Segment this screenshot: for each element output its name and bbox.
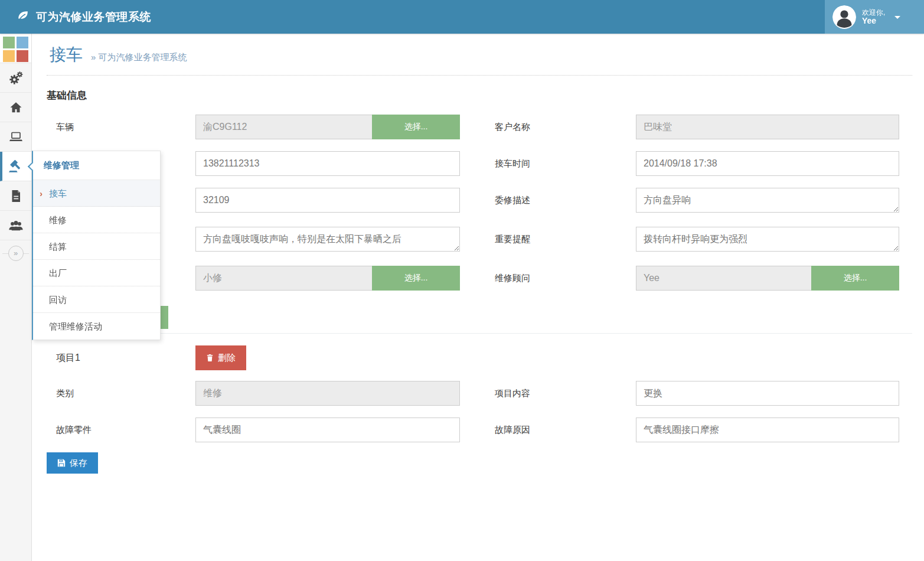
advisor-label: 维修顾问 <box>495 266 636 291</box>
vehicle-select-button[interactable]: 选择... <box>372 115 460 139</box>
caret-down-icon[interactable] <box>894 16 900 22</box>
form-row: 维修类型 选择... 维修顾问 选择... <box>56 266 912 291</box>
divider <box>47 333 912 334</box>
laptop-icon <box>8 130 24 144</box>
category-input[interactable] <box>195 381 460 406</box>
menu-item-label: 维修 <box>49 215 67 225</box>
repair-desc-textarea[interactable]: 方向盘异响 <box>636 188 899 213</box>
category-label: 类别 <box>56 381 195 406</box>
receive-time-label: 接车时间 <box>495 151 636 176</box>
document-icon <box>9 189 23 203</box>
sidebar-item-home[interactable] <box>0 93 31 122</box>
chevron-right-circle-icon[interactable]: » <box>8 246 24 261</box>
save-label: 保存 <box>70 458 87 469</box>
customer-name-input[interactable] <box>636 115 899 139</box>
welcome-text: 欢迎你, <box>862 8 885 17</box>
customer-name-label: 客户名称 <box>495 115 636 139</box>
repair-type-input[interactable] <box>195 266 372 291</box>
delete-item-button[interactable]: 删除 <box>195 345 246 370</box>
menu-item-checkout[interactable]: 出厂 <box>33 260 160 286</box>
item-content-input[interactable] <box>636 381 899 406</box>
breadcrumb: » 可为汽修业务管理系统 <box>91 52 187 63</box>
save-icon <box>57 459 66 467</box>
form-row: 车辆 选择... 客户名称 <box>56 115 912 139</box>
form-row: 接车时间 <box>56 151 912 176</box>
user-menu[interactable]: 欢迎你, Yee <box>825 0 924 34</box>
repair-type-select-button[interactable]: 选择... <box>372 266 460 291</box>
advisor-input[interactable] <box>636 266 811 291</box>
menu-item-receive-vehicle[interactable]: › 接车 <box>33 180 160 207</box>
sidebar-collapse-toggle[interactable]: » <box>0 240 31 266</box>
save-button[interactable]: 保存 <box>47 452 98 474</box>
menu-item-label: 结算 <box>49 242 67 252</box>
reminder-textarea[interactable]: 拨转向杆时异响更为强烈 <box>636 227 899 252</box>
logo[interactable] <box>0 34 31 63</box>
sidebar-item-workstation[interactable] <box>0 122 31 152</box>
form-row: 故障零件 故障原因 <box>56 418 912 442</box>
divider <box>47 75 912 76</box>
app-brand: 可为汽修业务管理系统 <box>0 9 151 25</box>
vehicle-combo: 选择... <box>195 115 460 139</box>
logo-grid-icon <box>3 37 31 62</box>
page-head: 接车 » 可为汽修业务管理系统 <box>47 34 912 75</box>
item-header-row: 项目1 删除 <box>56 345 912 370</box>
user-greeting: 欢迎你, Yee <box>862 8 885 25</box>
menu-item-repair[interactable]: 维修 <box>33 207 160 233</box>
form-row: 委修描述 方向盘异响 <box>56 188 912 215</box>
advisor-select-button[interactable]: 选择... <box>811 266 899 291</box>
sidebar-item-customers[interactable] <box>0 211 31 240</box>
phone-input[interactable] <box>195 151 460 176</box>
top-header: 可为汽修业务管理系统 欢迎你, Yee <box>0 0 924 34</box>
page-title: 接车 <box>50 45 83 64</box>
menu-item-settlement[interactable]: 结算 <box>33 233 160 260</box>
main-content: 接车 » 可为汽修业务管理系统 基础信息 车辆 选择... 客户名称 接车时间 … <box>32 0 924 474</box>
gavel-icon <box>8 159 23 174</box>
gear-icon <box>8 70 24 86</box>
menu-item-label: 回访 <box>49 295 67 305</box>
item-title: 项目1 <box>56 345 195 370</box>
menu-item-followup[interactable]: 回访 <box>33 286 160 313</box>
flyout-title: 维修管理 <box>33 151 160 180</box>
home-icon <box>9 100 23 115</box>
advisor-combo: 选择... <box>636 266 899 291</box>
reminder-label: 重要提醒 <box>495 227 636 246</box>
fault-part-input[interactable] <box>195 418 460 442</box>
sidebar-item-documents[interactable] <box>0 181 31 211</box>
vehicle-input[interactable] <box>195 115 372 139</box>
sidebar: » <box>0 34 32 561</box>
sidebar-item-settings[interactable] <box>0 63 31 93</box>
repair-desc-label: 委修描述 <box>495 188 636 207</box>
fault-reason-label: 故障原因 <box>495 418 636 442</box>
users-icon <box>8 218 24 233</box>
avatar[interactable] <box>832 5 856 29</box>
section-basic-info: 基础信息 <box>47 89 912 103</box>
menu-item-label: 接车 <box>49 188 67 198</box>
fault-reason-input[interactable] <box>636 418 899 442</box>
chevron-right-icon: › <box>40 180 43 207</box>
delete-label: 删除 <box>218 353 236 364</box>
details-head: 详细项目 添加项目 <box>47 306 912 329</box>
form-row: 方向盘嘎吱嘎吱声响，特别是在太阳下暴晒之后 重要提醒 拨转向杆时异响更为强烈 <box>56 227 912 254</box>
fault-desc-textarea[interactable]: 方向盘嘎吱嘎吱声响，特别是在太阳下暴晒之后 <box>195 227 460 252</box>
sidebar-item-repair-management[interactable] <box>0 152 31 181</box>
receive-time-input[interactable] <box>636 151 899 176</box>
menu-item-label: 管理维修活动 <box>49 321 102 331</box>
item-content-label: 项目内容 <box>495 381 636 406</box>
breadcrumb-root: 可为汽修业务管理系统 <box>99 52 187 62</box>
leaf-icon <box>17 9 30 25</box>
fault-part-label: 故障零件 <box>56 418 195 442</box>
flyout-menu-repair-management: 维修管理 › 接车 维修 结算 出厂 回访 管理维修活动 <box>32 151 161 340</box>
mileage-input[interactable] <box>195 188 460 213</box>
repair-type-combo: 选择... <box>195 266 460 291</box>
menu-item-manage-repair-activities[interactable]: 管理维修活动 <box>33 313 160 340</box>
form-row: 类别 项目内容 <box>56 381 912 406</box>
app-title: 可为汽修业务管理系统 <box>36 9 151 25</box>
trash-icon <box>206 354 214 362</box>
vehicle-label: 车辆 <box>56 115 195 139</box>
username: Yee <box>862 16 876 25</box>
breadcrumb-separator: » <box>91 52 96 62</box>
menu-item-label: 出厂 <box>49 268 67 278</box>
